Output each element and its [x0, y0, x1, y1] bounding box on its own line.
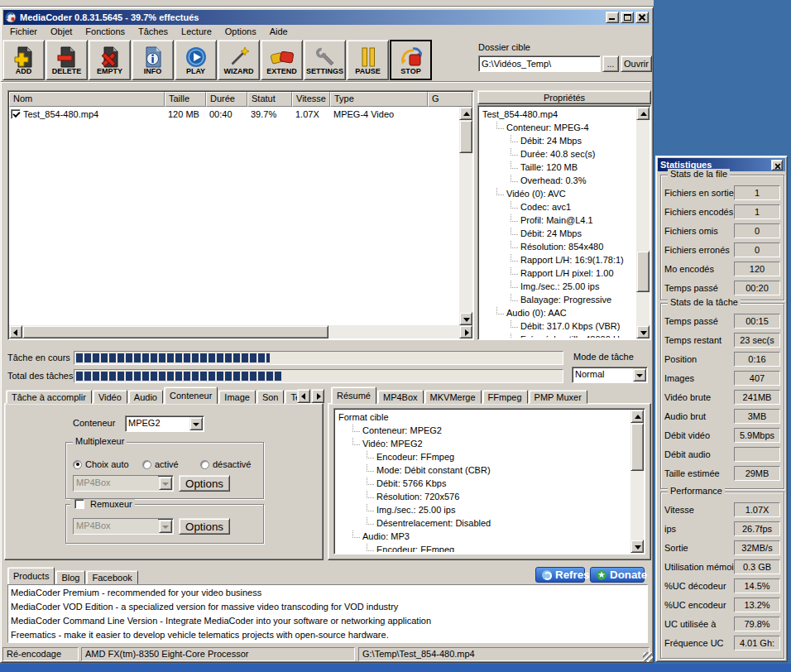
play-button[interactable]: PLAY [175, 40, 217, 80]
col-nom[interactable]: Nom [9, 92, 165, 107]
tree-item[interactable]: Encodeur: FFmpeg [336, 543, 630, 552]
tree-item[interactable]: Rapport L/H: 16:9(1.78:1) [480, 253, 635, 266]
radio-option[interactable]: désactivé [200, 459, 251, 469]
tree-item[interactable]: Conteneur: MPEG-4 [480, 121, 635, 134]
tab[interactable]: MKVMerge [424, 390, 482, 404]
file-row[interactable]: Test_854-480.mp4 120 MB 00:40 39.7% 1.07… [9, 107, 459, 122]
tab[interactable]: Products [7, 567, 55, 584]
open-button[interactable]: Ouvrir [621, 55, 652, 72]
browse-button[interactable]: ... [602, 55, 619, 72]
col-taille[interactable]: Taille [165, 92, 206, 107]
tree-item[interactable]: Vidéo (0): AVC [480, 187, 635, 200]
delete-button[interactable]: DELETE [46, 40, 88, 80]
tree-item[interactable]: Encodeur: FFmpeg [336, 450, 630, 463]
tree-item[interactable]: Rapport L/H pixel: 1.00 [480, 266, 635, 280]
tree-item[interactable]: Img./sec.: 25.00 ips [480, 280, 635, 293]
add-button[interactable]: ADD [2, 40, 45, 80]
row-checkbox[interactable] [11, 109, 21, 119]
col-statut[interactable]: Statut [247, 92, 292, 107]
donate-button[interactable]: Donate [590, 567, 645, 583]
settings-button[interactable]: SETTINGS [304, 40, 346, 80]
tree-item[interactable]: Taille: 120 MB [480, 161, 635, 174]
empty-button[interactable]: EMPTY [89, 40, 131, 80]
container-select[interactable]: MPEG2 [125, 415, 204, 432]
target-dir-input[interactable] [478, 55, 601, 72]
tab[interactable]: MP4Box [377, 390, 424, 404]
menu-item[interactable]: Options [218, 26, 263, 37]
menu-item[interactable]: Aide [263, 26, 295, 37]
tab[interactable]: FFmpeg [482, 390, 528, 404]
tree-item[interactable]: Audio: MP3 [336, 530, 630, 543]
tree-item[interactable]: Durée: 40.8 sec(s) [480, 147, 635, 161]
menu-item[interactable]: Tâches [132, 26, 175, 37]
tree-item[interactable]: Débit: 24 Mbps [480, 134, 635, 147]
tree-item[interactable]: Conteneur: MPEG2 [336, 424, 630, 437]
tab[interactable]: Blog [55, 570, 85, 584]
extend-button[interactable]: EXTEND [261, 40, 303, 80]
remuxer-checkbox[interactable] [74, 499, 84, 509]
tree-item[interactable]: Format cible [336, 410, 630, 424]
title-bar[interactable]: MediaCoder 0.8.31.5645 - 39.7% effectués [3, 10, 650, 25]
scroll-down-button[interactable] [636, 325, 650, 338]
remuxer-checkbox-row[interactable]: Remuxeur [70, 499, 135, 509]
tree-item[interactable]: Désentrelacement: Disabled [336, 516, 630, 530]
file-list-vscrollbar[interactable] [459, 107, 472, 325]
tab[interactable]: Audio [128, 390, 163, 404]
scroll-up-button[interactable] [459, 107, 472, 120]
tab[interactable]: Tâche à accomplir [6, 390, 92, 404]
dropdown-button[interactable] [633, 368, 646, 382]
pause-button[interactable]: PAUSE [347, 40, 389, 80]
info-button[interactable]: INFO [132, 40, 174, 80]
tab-scroll-left-button[interactable] [297, 389, 310, 403]
tab-scroll-right-button[interactable] [311, 389, 324, 403]
muxer-options-button[interactable]: Options [179, 475, 230, 492]
tree-item[interactable]: Overhead: 0.3% [480, 174, 635, 187]
scroll-thumb[interactable] [459, 120, 472, 153]
tree-item[interactable]: Audio (0): AAC [480, 306, 635, 319]
col-type[interactable]: Type [330, 92, 428, 107]
menu-item[interactable]: Lecture [175, 26, 218, 37]
stop-button[interactable]: STOP [390, 40, 432, 80]
file-list-hscrollbar[interactable] [9, 325, 472, 338]
properties-vscrollbar[interactable] [636, 107, 650, 338]
scroll-up-button[interactable] [636, 107, 650, 120]
scroll-up-button[interactable] [630, 410, 644, 423]
wizard-button[interactable]: WIZARD [218, 40, 260, 80]
tab[interactable]: Conteneur [164, 386, 218, 404]
dropdown-button[interactable] [189, 417, 203, 430]
scroll-thumb[interactable] [630, 423, 644, 471]
minimize-button[interactable] [606, 12, 619, 23]
tree-item[interactable]: Fréq. échantill.: 48000 Hz [480, 333, 635, 338]
col-vitesse[interactable]: Vitesse [292, 92, 330, 107]
scroll-thumb[interactable] [636, 251, 650, 292]
tree-item[interactable]: Mode: Débit constant (CBR) [336, 463, 630, 477]
resize-grip[interactable] [643, 652, 653, 662]
tree-item[interactable]: Débit: 24 Mbps [480, 227, 635, 240]
col-duree[interactable]: Durée [206, 92, 247, 107]
tree-item[interactable]: Codec: avc1 [480, 200, 635, 214]
col-g[interactable]: G [428, 92, 472, 107]
tree-item[interactable]: Résolution: 854x480 [480, 240, 635, 253]
tab[interactable]: Facebook [86, 570, 137, 584]
tree-item[interactable]: Débit: 317.0 Kbps (VBR) [480, 319, 635, 333]
refresh-button[interactable]: Refresh [535, 567, 585, 583]
summary-vscrollbar[interactable] [630, 410, 644, 553]
maximize-button[interactable] [621, 12, 634, 23]
task-mode-select[interactable]: Normal [572, 367, 648, 383]
tab[interactable]: Résumé [331, 386, 376, 404]
tree-item[interactable]: Balayage: Progressive [480, 293, 635, 306]
tree-item[interactable]: Résolution: 720x576 [336, 490, 630, 503]
tab[interactable]: Son [256, 390, 285, 404]
scroll-down-button[interactable] [630, 540, 644, 553]
tab[interactable]: Vidéo [93, 390, 127, 404]
remuxer-options-button[interactable]: Options [179, 518, 230, 535]
tree-item[interactable]: Img./sec.: 25.00 ips [336, 503, 630, 516]
radio-option[interactable]: activé [142, 459, 179, 469]
scroll-down-button[interactable] [459, 312, 472, 325]
tree-item[interactable]: Test_854-480.mp4 [480, 108, 635, 121]
menu-item[interactable]: Fichier [3, 26, 44, 37]
scroll-left-button[interactable] [9, 325, 22, 338]
tree-item[interactable]: Débit: 5766 Kbps [336, 477, 630, 490]
tab[interactable]: Te [285, 390, 297, 404]
statistics-close-button[interactable] [771, 160, 783, 170]
